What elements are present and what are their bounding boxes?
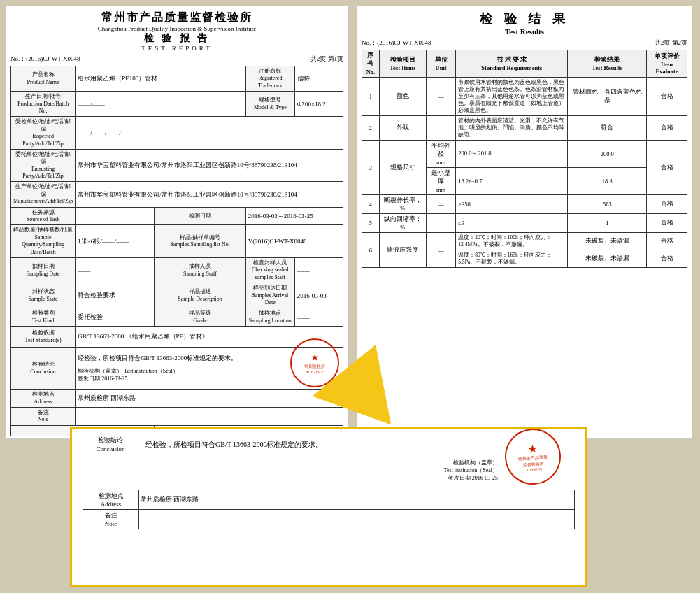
results-title-cn: 检 验 结 果 <box>362 10 687 27</box>
popup-conclusion-text: 经检验，所检项目符合GB/T 13663-2000标准规定的要求。 <box>145 440 322 450</box>
manufacturer-label-en: Manufacturer/Add/Tel/Zip <box>13 198 73 205</box>
page-info: 共2页 第1页 <box>310 55 343 64</box>
test-date-value: 2016-03-03～2016-03-25 <box>245 207 343 225</box>
source-label-cn: 任务来源 <box>13 209 73 216</box>
sampling-date-value: —— <box>76 257 155 283</box>
doc-no: No.：(2016)CJ-WT-X0048 <box>10 55 80 64</box>
table-row: 3 规格尺寸 平均外径 mm 200.0～201.8 200.0 合格 <box>362 141 687 168</box>
model-label-cn: 规格型号 <box>248 97 292 103</box>
test-kind-value: 委托检验 <box>76 308 155 327</box>
sample-qty-value: 1米×6根/——/—— <box>76 225 155 258</box>
popup-overlay: 检验结论 Conclusion 经检验，所检项目符合GB/T 13663-200… <box>70 427 587 587</box>
product-name-value: 给水用聚乙烯（PE100）管材 <box>76 66 246 92</box>
model-label-en: Model & Type <box>248 104 292 111</box>
popup-note-value <box>139 510 575 529</box>
results-title-en: Test Results <box>362 27 687 36</box>
popup-address-label-cn: 检测地点 <box>85 492 137 501</box>
sampling-loc-label-cn: 抽样地点 <box>248 310 292 317</box>
popup-address-label-en: Address <box>85 501 137 508</box>
sampling-date-label-en: Sampling Date <box>13 271 73 278</box>
sample-desc-label-en: Sample Description <box>157 296 243 303</box>
report-title-en: TEST REPORT <box>10 45 343 52</box>
popup-address-value: 常州质检所·西湖东路 <box>139 490 575 510</box>
sample-arrival-label-cn: 样品到达日期 <box>248 285 292 292</box>
table-row: 1 颜色 — 市政饮用水管材的颜色为蓝色或黑色，黑色管上应有共挤出蓝色色条。色条… <box>362 78 687 116</box>
sample-qty-label-cn: 样品数量/抽样基数/批量 <box>13 227 73 234</box>
popup-conclusion-label-en: Conclusion <box>83 445 138 454</box>
sampling-loc-value: —— <box>294 308 343 327</box>
test-date-label: 检测日期 <box>157 213 243 220</box>
right-header: 检 验 结 果 Test Results <box>362 10 687 36</box>
sample-list-label-cn: 样品/抽样单编号 <box>157 234 243 241</box>
inspected-label-en: Inspected Party/Add/Tel/Zip <box>13 133 73 148</box>
conclusion-label-en: Conclusion <box>13 369 73 376</box>
sample-list-label-en: Samples/Sampling list No. <box>157 241 243 248</box>
popup-conclusion-section: 检验结论 Conclusion 经检验，所检项目符合GB/T 13663-200… <box>83 436 575 453</box>
conclusion-label-cn: 检验结论 <box>13 361 73 368</box>
popup-sign-date-value: 2016-03-25 <box>472 475 498 481</box>
institute-title-cn: 常州市产品质量监督检验所 <box>10 10 343 25</box>
right-doc-no: No.：(2016)CJ-WT-X0048 <box>362 38 431 48</box>
doc-header: 常州市产品质量监督检验所 Changzhou Product Quality I… <box>10 10 343 52</box>
standard-label-cn: 检验依据 <box>13 329 73 336</box>
manufacturer-value: 常州市华宝塑料管业有限公司/常州市洛阳工业园区创新路10号/88790238/2… <box>76 182 343 207</box>
col-unit: 单位 Unit <box>426 50 455 78</box>
sample-state-value: 符合检验要求 <box>76 283 155 308</box>
institute-title-en: Changzhou Product Quality Inspection & S… <box>10 25 343 32</box>
sampling-date-label-cn: 抽样日期 <box>13 263 73 270</box>
sample-arrival-label-en: Samples Arrival Date <box>248 292 292 307</box>
results-table: 序号 No. 检验项目 Test Items 单位 Unit 技 术 要 求 S… <box>362 50 687 268</box>
conclusion-cell: 经检验，所检项目符合GB/T 13663-2000标准规定的要求。 检验机构（盖… <box>76 348 343 390</box>
inspected-value: ——/——/——/—— <box>76 117 343 150</box>
prod-date-label-cn: 生产日期/批号 <box>13 93 73 100</box>
checking-staff-label-cn: 检查封样人员 <box>248 259 292 266</box>
product-name-label-en: Product Name <box>13 79 73 86</box>
sample-arrival-value: 2016-03-03 <box>294 283 343 308</box>
source-label-en: Source of Task <box>13 216 73 223</box>
sample-qty-label-en: Sample Quantity/Sampling Base/Batch <box>13 234 73 256</box>
col-result: 检验结果 Test Results <box>568 50 647 78</box>
popup-note-label-en: Note <box>85 520 137 527</box>
col-item: 检验项目 Test Items <box>379 50 426 78</box>
left-document: 常州市产品质量监督检验所 Changzhou Product Quality I… <box>6 6 348 439</box>
popup-bottom: 检测地点 Address 常州质检所·西湖东路 备注 Note <box>83 485 575 529</box>
note-label-cn: 备注 <box>13 409 73 416</box>
popup-note-label-cn: 备注 <box>85 511 137 520</box>
sign-date-label: 签发日期 <box>78 376 100 382</box>
model-value: Φ200×18.2 <box>294 92 343 117</box>
prod-date-label-en: Production Date/Batch No. <box>13 101 73 115</box>
trademark-value: 信特 <box>294 66 343 92</box>
popup-institution: 检验机构（盖章） Test institution（Seal） 签发日期 201… <box>83 459 575 482</box>
checking-staff-value: —— <box>294 257 343 283</box>
sample-state-label-en: Sample State <box>13 296 73 303</box>
col-no: 序号 No. <box>362 50 380 78</box>
table-row: 6 静液压强度 — 温度：20℃；时间：100h；环向应力：12.4MPa。不破… <box>362 233 687 250</box>
sample-desc-label-cn: 样品描述 <box>157 288 243 295</box>
trademark-label-en: Registered Trademark <box>248 75 292 90</box>
manufacturer-label-cn: 生产单位/地址/电话/邮编 <box>13 183 73 198</box>
standard-label-en: Test Standard(s) <box>13 337 73 344</box>
col-evaluate: 单项评价 Item Evaluate <box>647 50 687 78</box>
address-label-cn: 检测地点 <box>13 391 73 398</box>
report-table: 产品名称 Product Name 给水用聚乙烯（PE100）管材 注册商标 R… <box>10 66 343 436</box>
grade-label-en: Grade <box>157 317 243 324</box>
checking-staff-label-en: Checking sealed samples Staff <box>248 266 292 281</box>
address-label-en: Address <box>13 399 73 406</box>
doc-info-row: No.：(2016)CJ-WT-X0048 共2页 第1页 <box>10 55 343 64</box>
sample-list-value: Y(2016)CJ-WT-X0048 <box>245 225 343 258</box>
address-value: 常州质检所·西湖东路 <box>76 390 343 408</box>
institution-label-en: Test institution（Seal） <box>124 368 178 374</box>
source-value: —— <box>76 207 155 225</box>
institution-label: 检验机构（盖章） <box>78 368 122 374</box>
note-value <box>76 407 343 425</box>
report-title-cn: 检 验 报 告 <box>10 32 343 45</box>
test-kind-label-cn: 检验类别 <box>13 310 73 317</box>
entrusting-value: 常州市华宝塑料管业有限公司/常州市洛阳工业园区创新路10号/88790238/2… <box>76 149 343 182</box>
table-row: 2 外观 — 管材的内外表面应清洁、光滑，不允许有气泡、明显的划伤、凹陷、杂质、… <box>362 116 687 141</box>
right-page-info: 共2页 第2页 <box>655 38 687 48</box>
test-kind-label-en: Test Kind <box>13 317 73 324</box>
table-row: 4 断裂伸长率，% — ≥350 563 合格 <box>362 195 687 214</box>
sample-state-label-cn: 封样状态 <box>13 288 73 295</box>
col-standard: 技 术 要 求 Standard Requirements <box>456 50 568 78</box>
sampling-staff-label-en: Sampling Staff <box>157 271 243 278</box>
